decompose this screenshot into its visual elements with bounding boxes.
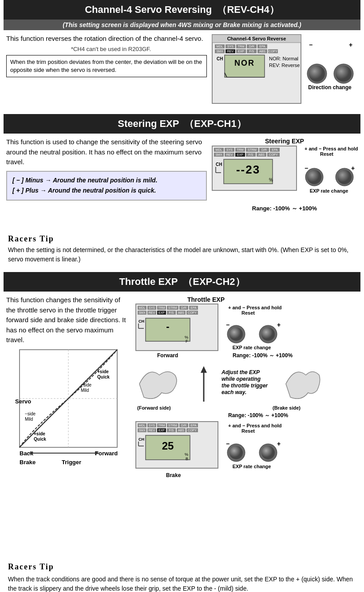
page-wrapper: Channel-4 Servo Reversing （REV-CH4） (Thi… <box>0 0 364 592</box>
steering-exp-text-block: This function is used to change the sens… <box>6 137 207 201</box>
steering-exp-svg: Steering EXP MDL SYS TRM STRM D/R EPA <box>211 137 358 226</box>
svg-text:ABS: ABS <box>178 311 184 314</box>
svg-text:D/R: D/R <box>181 306 186 309</box>
svg-text:%: % <box>269 178 273 182</box>
svg-text:Brake: Brake <box>20 459 36 466</box>
ch4-header: Channel-4 Servo Reversing （REV-CH4） <box>4 0 360 20</box>
svg-text:−: − <box>309 41 313 48</box>
svg-text:SYS: SYS <box>149 306 155 309</box>
svg-text:EXP: EXP <box>238 50 244 53</box>
svg-text:Mild: Mild <box>81 388 89 393</box>
ch4-warning-text: When the trim position deviates from the… <box>10 59 202 73</box>
racers-tip-2: Racers Tip When the track conditions are… <box>4 557 360 592</box>
svg-text:STRM: STRM <box>248 148 257 151</box>
svg-text:−side: −side <box>81 383 92 387</box>
svg-text:REV: REV <box>226 153 233 156</box>
ch4-diagram: Channel-4 Servo Reverse MDL SYS TRM D/R … <box>211 34 358 106</box>
svg-point-76 <box>307 170 321 184</box>
svg-text:the throttle trigger: the throttle trigger <box>222 383 268 389</box>
steering-exp-content: This function is used to change the sens… <box>4 134 360 231</box>
svg-text:F/S: F/S <box>169 429 174 432</box>
svg-text:Channel-4 Servo Reverse: Channel-4 Servo Reverse <box>227 36 286 41</box>
svg-text:Forward: Forward <box>157 352 178 359</box>
svg-text:D/R: D/R <box>249 45 254 48</box>
svg-text:+ and − Press and hold: + and − Press and hold <box>228 305 281 310</box>
svg-text:EPA: EPA <box>190 306 197 309</box>
throttle-exp-left: This function changes the sensitivity of… <box>6 295 131 479</box>
svg-text:MDL: MDL <box>216 148 222 151</box>
svg-text:TRM: TRM <box>237 45 244 48</box>
svg-text:Mild: Mild <box>25 417 33 422</box>
svg-text:CH: CH <box>138 437 144 442</box>
svg-text:TRM: TRM <box>158 306 165 309</box>
svg-point-191 <box>229 446 243 459</box>
svg-text:Reset: Reset <box>241 310 255 316</box>
ch4-main-text: This function reverses the rotation dire… <box>6 34 207 44</box>
svg-text:EXP rate change: EXP rate change <box>233 345 271 350</box>
svg-text:Brake: Brake <box>166 472 181 478</box>
svg-text:CH: CH <box>217 56 223 61</box>
svg-text:−: − <box>226 321 229 328</box>
svg-text:F/S: F/S <box>249 153 253 156</box>
throttle-exp-content: This function changes the sensitivity of… <box>4 292 360 557</box>
svg-point-141 <box>261 328 275 341</box>
svg-text:Trigger: Trigger <box>62 459 81 466</box>
svg-text:COPY: COPY <box>188 429 197 432</box>
svg-text:D/R: D/R <box>261 148 267 151</box>
svg-text:+: + <box>349 41 352 48</box>
svg-text:CH: CH <box>138 319 144 324</box>
svg-point-35 <box>309 66 325 82</box>
svg-text:EPA: EPA <box>259 45 265 48</box>
svg-text:REV: REV <box>227 50 234 53</box>
ch4-note: *CH4 can't be used in R203GF. <box>15 46 207 52</box>
svg-text:F/S: F/S <box>249 50 254 53</box>
throttle-exp-section: Throttle EXP （EXP-CH2） This function cha… <box>4 272 360 557</box>
svg-text:−: − <box>305 165 308 172</box>
svg-text:while operating: while operating <box>222 376 261 382</box>
svg-text:+: + <box>351 165 355 172</box>
svg-marker-146 <box>201 366 207 373</box>
svg-text:SMX: SMX <box>216 50 223 53</box>
svg-text:SYS: SYS <box>149 424 155 427</box>
steering-exp-notes: [ − ] Minus → Around the neutral positio… <box>6 171 207 201</box>
svg-text:--23: --23 <box>236 163 260 176</box>
svg-text:STRM: STRM <box>168 306 177 309</box>
svg-text:F: F <box>186 339 188 343</box>
throttle-graph-svg: +side Quick −side Mild −side Mild +side … <box>6 349 126 478</box>
svg-text:B: B <box>186 457 188 461</box>
svg-text:REV: REV <box>149 429 155 432</box>
svg-text:Range: -100% ～ +100%: Range: -100% ～ +100% <box>233 352 293 359</box>
svg-text:25: 25 <box>162 440 174 452</box>
svg-text:EPA: EPA <box>272 148 278 151</box>
svg-text:Throttle EXP: Throttle EXP <box>187 296 225 303</box>
svg-text:Steering EXP: Steering EXP <box>265 138 304 145</box>
svg-text:+ and − Press and hold: + and − Press and hold <box>228 423 281 428</box>
svg-text:MDL: MDL <box>139 424 146 427</box>
svg-text:(Forward side): (Forward side) <box>137 405 171 410</box>
throttle-exp-right-svg: Throttle EXP MDL SYS TRM STRM D/R EPA <box>135 295 321 553</box>
svg-text:(Brake side): (Brake side) <box>273 405 301 410</box>
svg-text:Quick: Quick <box>97 375 110 379</box>
racers-tip-2-title: Racers Tip <box>8 561 356 573</box>
svg-text:NOR: NOR <box>234 59 255 67</box>
svg-text:D/R: D/R <box>181 424 186 427</box>
svg-text:−side: −side <box>25 411 36 416</box>
svg-text:+: + <box>277 440 281 447</box>
steering-exp-header: Steering EXP （EXP-CH1） <box>4 114 360 134</box>
steering-exp-section: Steering EXP （EXP-CH1） This function is … <box>4 114 360 231</box>
svg-text:EXP: EXP <box>158 311 165 314</box>
svg-text:COPY: COPY <box>269 153 278 156</box>
svg-point-193 <box>261 446 275 459</box>
ch4-diagram-svg: Channel-4 Servo Reverse MDL SYS TRM D/R … <box>211 34 358 105</box>
svg-text:+side: +side <box>97 369 109 374</box>
svg-text:CH: CH <box>216 162 222 167</box>
svg-text:each way.: each way. <box>222 389 246 395</box>
svg-text:EXP: EXP <box>237 153 243 156</box>
svg-text:NOR: Normal: NOR: Normal <box>269 56 298 61</box>
svg-text:REV: Reverse: REV: Reverse <box>269 63 300 68</box>
svg-text:REV: REV <box>149 311 155 314</box>
steering-exp-main-text: This function is used to change the sens… <box>6 137 207 167</box>
throttle-exp-header: Throttle EXP （EXP-CH2） <box>4 272 360 292</box>
svg-text:EPA: EPA <box>190 424 197 427</box>
svg-text:Reset: Reset <box>241 428 255 434</box>
